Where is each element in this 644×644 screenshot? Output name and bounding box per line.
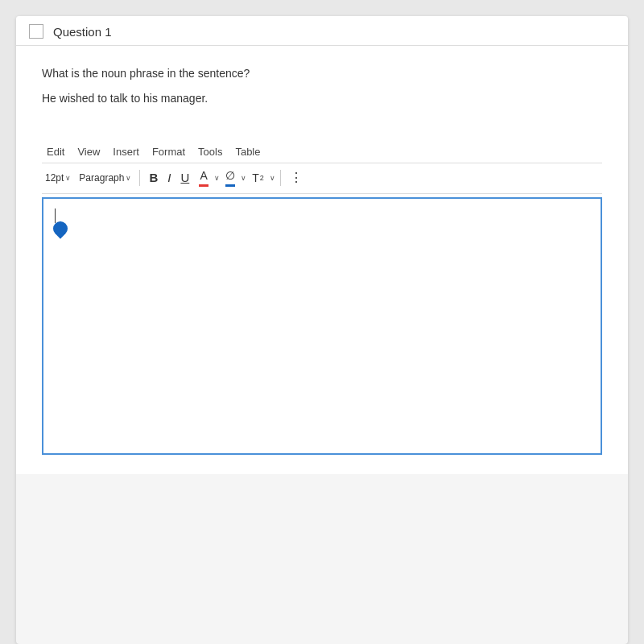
font-color-indicator [199, 184, 208, 187]
paragraph-dropdown[interactable]: Paragraph ∨ [76, 171, 134, 185]
menu-format[interactable]: Format [147, 144, 190, 159]
menu-edit[interactable]: Edit [42, 144, 69, 159]
highlight-label: ∅ [225, 169, 235, 183]
toolbar-divider-2 [280, 170, 281, 186]
touch-cursor-indicator [50, 218, 70, 238]
font-color-button[interactable]: A [195, 167, 213, 188]
page-container: Question 1 What is the noun phrase in th… [16, 16, 628, 644]
more-options-button[interactable]: ⋮ [286, 168, 308, 187]
highlight-button[interactable]: ∅ [221, 167, 239, 188]
question-header: Question 1 [16, 16, 628, 46]
superscript-button[interactable]: T2 [248, 170, 268, 187]
italic-button[interactable]: I [163, 169, 175, 187]
font-size-chevron: ∨ [65, 174, 71, 182]
text-cursor [55, 208, 56, 223]
paragraph-chevron: ∨ [126, 174, 131, 182]
toolbar-divider-1 [139, 170, 140, 186]
underline-button[interactable]: U [176, 169, 193, 187]
question-checkbox[interactable] [29, 24, 43, 39]
question-sentence: He wished to talk to his manager. [42, 90, 602, 107]
font-size-dropdown[interactable]: 12pt ∨ [42, 171, 74, 185]
font-color-label: A [200, 169, 208, 183]
superscript-chevron[interactable]: ∨ [270, 174, 275, 182]
menu-table[interactable]: Table [230, 144, 265, 159]
font-color-chevron[interactable]: ∨ [214, 174, 220, 182]
superscript-t-label: T [252, 171, 259, 185]
question-text: What is the noun phrase in the sentence? [42, 65, 602, 82]
highlight-indicator [225, 184, 235, 187]
highlight-chevron[interactable]: ∨ [241, 174, 246, 182]
superscript-2-label: 2 [260, 174, 264, 183]
bold-button[interactable]: B [145, 169, 162, 187]
menu-insert[interactable]: Insert [108, 144, 144, 159]
editor-area[interactable] [42, 197, 602, 455]
font-size-label: 12pt [45, 172, 64, 184]
question-body: What is the noun phrase in the sentence?… [16, 46, 628, 139]
editor-menubar: Edit View Insert Format Tools Table [42, 139, 602, 163]
menu-view[interactable]: View [72, 144, 105, 159]
menu-tools[interactable]: Tools [193, 144, 227, 159]
editor-toolbar: 12pt ∨ Paragraph ∨ B I U A ∨ [42, 163, 602, 194]
editor-wrapper: Edit View Insert Format Tools Table 12pt… [16, 139, 628, 474]
question-title: Question 1 [53, 25, 112, 39]
paragraph-label: Paragraph [79, 172, 124, 184]
